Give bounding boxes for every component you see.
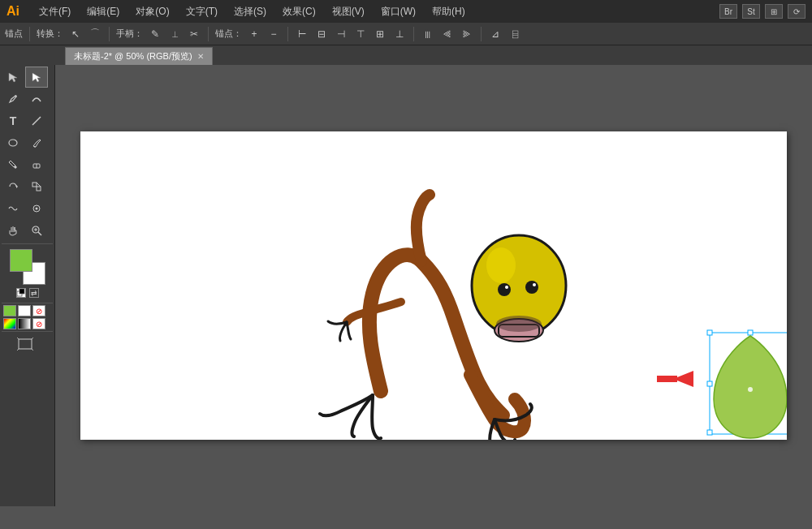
tool-row-1 bbox=[2, 67, 53, 88]
toolbar: T bbox=[0, 65, 55, 506]
hand-tool[interactable] bbox=[2, 220, 24, 241]
svg-marker-5 bbox=[16, 185, 18, 188]
swap-colors-icon[interactable]: ⇄ bbox=[29, 288, 39, 298]
svg-point-26 bbox=[496, 316, 542, 332]
align-bottom-icon[interactable]: ⊥ bbox=[392, 27, 407, 41]
align-left-icon[interactable]: ⊢ bbox=[295, 27, 309, 41]
anchor-label2: 锚点： bbox=[215, 28, 242, 40]
arrow-select-icon[interactable]: ↖ bbox=[68, 27, 83, 41]
svg-line-18 bbox=[17, 338, 19, 339]
pen-tool[interactable] bbox=[2, 88, 24, 110]
menu-file[interactable]: 文件(F) bbox=[36, 3, 74, 20]
svg-rect-6 bbox=[32, 183, 37, 187]
scissors-icon[interactable]: ✂ bbox=[187, 27, 201, 41]
tool-row-6 bbox=[2, 176, 53, 197]
stock-icon[interactable]: St bbox=[742, 4, 760, 19]
none-mode-btn[interactable]: ⊘ bbox=[32, 318, 45, 329]
tool-row-3: T bbox=[2, 110, 53, 131]
eraser-tool[interactable] bbox=[25, 154, 48, 175]
rotate-tool[interactable] bbox=[2, 176, 24, 197]
svg-point-40 bbox=[748, 387, 753, 392]
title-icons: Br St ⊞ ⟳ bbox=[719, 4, 806, 19]
curve-select-icon[interactable]: ⌒ bbox=[88, 27, 102, 41]
symbol-sprayer-tool[interactable] bbox=[25, 198, 48, 219]
menu-edit[interactable]: 编辑(E) bbox=[84, 3, 123, 20]
separator-3 bbox=[208, 27, 209, 41]
fill-color-mode[interactable] bbox=[3, 305, 16, 316]
separator-4 bbox=[287, 27, 288, 41]
add-anchor-icon[interactable]: + bbox=[247, 27, 261, 41]
remove-anchor-icon[interactable]: − bbox=[266, 27, 281, 41]
svg-line-12 bbox=[38, 232, 41, 235]
svg-rect-16 bbox=[19, 289, 24, 294]
handle-label: 手柄： bbox=[116, 28, 143, 40]
tool-row-7 bbox=[2, 198, 53, 219]
document-tab[interactable]: 未标题-2* @ 50% (RGB/预览) ✕ bbox=[65, 47, 213, 65]
foreground-color-swatch[interactable] bbox=[10, 249, 32, 272]
no-color-mode[interactable]: ⊘ bbox=[32, 305, 45, 316]
anchor-label: 锚点 bbox=[5, 28, 23, 40]
paint-bucket-tool[interactable] bbox=[2, 154, 24, 175]
svg-rect-7 bbox=[37, 187, 41, 191]
ellipse-tool[interactable] bbox=[2, 132, 24, 153]
bridge-icon[interactable]: Br bbox=[719, 4, 737, 19]
svg-rect-17 bbox=[19, 339, 32, 349]
distrib-left-icon[interactable]: ⫼ bbox=[421, 27, 435, 41]
direct-selection-tool[interactable] bbox=[25, 67, 48, 88]
default-colors-icon[interactable] bbox=[16, 288, 26, 298]
stroke-color-mode[interactable] bbox=[18, 305, 31, 316]
svg-rect-33 bbox=[748, 330, 753, 335]
tool-row-5 bbox=[2, 154, 53, 175]
color-mode-btn[interactable] bbox=[3, 318, 16, 329]
align-center-v-icon[interactable]: ⊞ bbox=[373, 27, 387, 41]
color-mode-row: ⊘ bbox=[2, 305, 53, 316]
convert-icon[interactable]: ⟂ bbox=[167, 27, 182, 41]
pen-icon[interactable]: ✎ bbox=[148, 27, 162, 41]
zoom-tool[interactable] bbox=[25, 220, 48, 241]
scale-tool[interactable] bbox=[25, 176, 48, 197]
artboard bbox=[80, 131, 787, 440]
svg-point-0 bbox=[15, 95, 16, 97]
sync-icon[interactable]: ⟳ bbox=[788, 4, 806, 19]
envelope-icon[interactable]: ⌸ bbox=[508, 27, 522, 41]
tool-row-8 bbox=[2, 220, 53, 241]
gradient-mode-btn[interactable] bbox=[18, 318, 31, 329]
color-mode-row2: ⊘ bbox=[2, 318, 53, 329]
artboard-row bbox=[2, 333, 53, 355]
svg-rect-37 bbox=[707, 430, 712, 435]
menu-help[interactable]: 帮助(H) bbox=[429, 3, 469, 20]
canvas-area[interactable] bbox=[55, 65, 812, 506]
svg-line-20 bbox=[17, 349, 19, 351]
transform-icon[interactable]: ⊿ bbox=[488, 27, 503, 41]
pencil-tool[interactable] bbox=[25, 132, 48, 153]
main-area: T bbox=[0, 65, 812, 506]
line-tool[interactable] bbox=[25, 110, 48, 131]
align-right-icon[interactable]: ⊣ bbox=[334, 27, 348, 41]
menu-select[interactable]: 选择(S) bbox=[231, 3, 270, 20]
ai-logo: Ai bbox=[6, 4, 19, 19]
svg-line-1 bbox=[32, 117, 41, 125]
grid-icon[interactable]: ⊞ bbox=[765, 4, 783, 19]
selection-tool[interactable] bbox=[2, 67, 24, 88]
svg-point-29 bbox=[505, 286, 508, 289]
distrib-center-icon[interactable]: ⫷ bbox=[440, 27, 455, 41]
align-top-icon[interactable]: ⊤ bbox=[353, 27, 368, 41]
menu-window[interactable]: 窗口(W) bbox=[378, 3, 419, 20]
color-swatches bbox=[10, 249, 45, 285]
svg-point-30 bbox=[533, 283, 536, 286]
distrib-right-icon[interactable]: ⫸ bbox=[460, 27, 474, 41]
svg-rect-35 bbox=[707, 381, 712, 386]
align-center-h-icon[interactable]: ⊟ bbox=[314, 27, 329, 41]
artboard-tool-btn[interactable] bbox=[2, 333, 49, 355]
tab-close-button[interactable]: ✕ bbox=[197, 52, 204, 61]
menu-text[interactable]: 文字(T) bbox=[183, 3, 221, 20]
menu-effect[interactable]: 效果(C) bbox=[279, 3, 319, 20]
separator-2 bbox=[109, 27, 110, 41]
warp-tool[interactable] bbox=[2, 198, 24, 219]
menu-object[interactable]: 对象(O) bbox=[132, 3, 172, 20]
type-tool[interactable]: T bbox=[2, 110, 24, 131]
curvature-tool[interactable] bbox=[25, 88, 48, 110]
transform-label: 转换： bbox=[37, 28, 63, 40]
menu-view[interactable]: 视图(V) bbox=[329, 3, 368, 20]
svg-point-27 bbox=[498, 283, 511, 296]
